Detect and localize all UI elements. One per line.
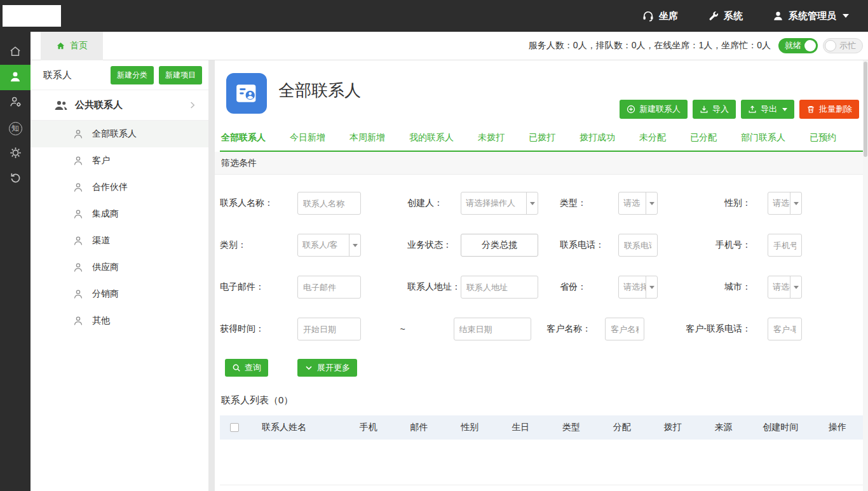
- tab-0[interactable]: 全部联系人: [220, 126, 267, 151]
- rail-item-agent-manage[interactable]: [0, 90, 31, 116]
- tab-2[interactable]: 本周新增: [348, 126, 386, 151]
- column-header-4[interactable]: 生日: [495, 422, 546, 433]
- sidebar-item-4[interactable]: 渠道: [31, 227, 208, 254]
- page-title: 全部联系人: [278, 79, 361, 102]
- contacts-page-icon: [226, 73, 267, 114]
- tab-1[interactable]: 今日新增: [288, 126, 327, 151]
- rail-item-contacts[interactable]: [0, 65, 31, 90]
- system-menu[interactable]: 系统: [707, 10, 743, 22]
- contacts-panel: 联系人 新建分类 新建项目 公共联系人 全部联系人客户合作伙伴集成商渠道供应商分…: [31, 60, 208, 491]
- filter-input-3-3[interactable]: [768, 318, 802, 340]
- content-row: 联系人 新建分类 新建项目 公共联系人 全部联系人客户合作伙伴集成商渠道供应商分…: [31, 60, 868, 491]
- filter-label: 类型：: [560, 198, 618, 209]
- filter-input-1-3[interactable]: [768, 234, 802, 257]
- filter-select-0-2[interactable]: 请选: [618, 192, 658, 215]
- select-value: 联系人/客: [298, 239, 349, 251]
- column-header-3[interactable]: 性别: [444, 422, 495, 433]
- import-button[interactable]: 导入: [693, 100, 736, 119]
- filter-select-0-3[interactable]: 请选: [768, 192, 802, 215]
- home-tab[interactable]: 首页: [41, 32, 103, 60]
- sidebar-item-7[interactable]: 其他: [31, 307, 208, 334]
- select-all-checkbox[interactable]: [230, 423, 239, 432]
- sidebar-item-3[interactable]: 集成商: [31, 201, 208, 227]
- column-header-7[interactable]: 拨打: [648, 422, 698, 433]
- tab-6[interactable]: 拨打成功: [578, 126, 616, 151]
- filter-select-1-0[interactable]: 联系人/客: [297, 234, 361, 257]
- person-icon: [72, 315, 84, 326]
- select-value: 请选择: [768, 281, 790, 293]
- agent-menu[interactable]: 坐席: [642, 10, 678, 22]
- select-value: 请选: [619, 198, 646, 209]
- history-icon: [9, 172, 22, 187]
- sidebar-item-2[interactable]: 合作伙伴: [31, 174, 208, 201]
- column-header-1[interactable]: 手机: [343, 422, 394, 433]
- busy-toggle-label: 示忙: [839, 40, 856, 51]
- filter-input-2-0[interactable]: [297, 276, 361, 299]
- tab-10[interactable]: 已预约: [808, 126, 837, 151]
- export-button[interactable]: 导出: [741, 100, 794, 119]
- group-icon: [53, 98, 69, 113]
- tab-7[interactable]: 未分配: [638, 126, 667, 151]
- toggle-knob: [804, 40, 816, 51]
- filter-input-0-0[interactable]: [297, 192, 361, 215]
- topbar: 坐席 系统 系统管理员: [0, 0, 868, 32]
- chevron-down-icon: [790, 276, 801, 298]
- rail-item-history[interactable]: [0, 166, 31, 192]
- sidebar-item-1[interactable]: 客户: [31, 147, 208, 174]
- column-header-6[interactable]: 分配: [597, 422, 648, 433]
- tab-5[interactable]: 已拨打: [527, 126, 557, 151]
- tab-8[interactable]: 已分配: [689, 126, 718, 151]
- new-category-button[interactable]: 新建分类: [111, 66, 154, 84]
- ready-toggle[interactable]: 就绪: [778, 38, 818, 53]
- export-icon: [748, 105, 757, 114]
- filter-select-2-3[interactable]: 请选择: [768, 276, 802, 299]
- sidebar-item-5[interactable]: 供应商: [31, 254, 208, 281]
- wrench-icon: [707, 10, 719, 22]
- chevron-down-icon: [646, 276, 657, 298]
- filter-select-0-1[interactable]: 请选择操作人: [461, 192, 538, 215]
- column-header-2[interactable]: 邮件: [394, 422, 445, 433]
- sidebar-item-0[interactable]: 全部联系人: [31, 121, 208, 147]
- public-contacts-group[interactable]: 公共联系人: [31, 90, 208, 121]
- sidebar-item-label: 合作伙伴: [92, 182, 128, 193]
- filter-label: 联系人名称：: [220, 198, 297, 209]
- tab-4[interactable]: 未拨打: [477, 126, 506, 151]
- filter-actions: 查询 展开更多: [215, 350, 868, 387]
- filter-select-2-2[interactable]: 请选择: [618, 276, 658, 299]
- column-header-0[interactable]: 联系人姓名: [249, 422, 343, 433]
- vertical-scrollbar[interactable]: [863, 60, 868, 491]
- rail-item-home[interactable]: [0, 39, 31, 65]
- tab-9[interactable]: 部门联系人: [740, 126, 787, 151]
- new-project-button[interactable]: 新建项目: [159, 66, 202, 84]
- filter-input-3-1[interactable]: [454, 318, 531, 340]
- expand-more-button[interactable]: 展开更多: [297, 359, 357, 377]
- header-actions: 新建联系人 导入 导出 批量删除: [620, 100, 859, 119]
- sidebar-item-6[interactable]: 分销商: [31, 281, 208, 307]
- ready-toggle-label: 就绪: [785, 40, 801, 51]
- chevron-down-icon: [304, 363, 313, 372]
- rail-item-knowledge[interactable]: 知: [0, 116, 31, 141]
- table-empty-body: [220, 440, 863, 485]
- filter-input-2-1[interactable]: [461, 276, 538, 299]
- filter-value-1-1[interactable]: 分类总揽: [461, 234, 538, 257]
- person-icon: [72, 128, 84, 140]
- column-header-9[interactable]: 创建时间: [749, 422, 812, 433]
- filter-label: 性别：: [724, 198, 751, 209]
- filter-input-1-2[interactable]: [618, 234, 658, 257]
- select-all-cell: [220, 423, 249, 432]
- column-header-10[interactable]: 操作: [812, 422, 863, 433]
- batch-delete-button[interactable]: 批量删除: [799, 100, 859, 119]
- column-header-8[interactable]: 来源: [698, 422, 749, 433]
- admin-menu[interactable]: 系统管理员: [772, 10, 849, 22]
- main-content: 全部联系人 新建联系人 导入 导出: [215, 60, 868, 491]
- contact-category-list: 全部联系人客户合作伙伴集成商渠道供应商分销商其他: [31, 121, 208, 491]
- filter-input-3-0[interactable]: [297, 318, 361, 340]
- scrollbar-thumb[interactable]: [864, 62, 867, 157]
- filter-input-3-2[interactable]: [605, 318, 644, 340]
- rail-item-settings[interactable]: [0, 141, 31, 166]
- busy-toggle[interactable]: 示忙: [823, 38, 863, 53]
- column-header-5[interactable]: 类型: [546, 422, 597, 433]
- query-button[interactable]: 查询: [225, 359, 268, 377]
- new-contact-button[interactable]: 新建联系人: [620, 100, 688, 119]
- tab-3[interactable]: 我的联系人: [408, 126, 455, 151]
